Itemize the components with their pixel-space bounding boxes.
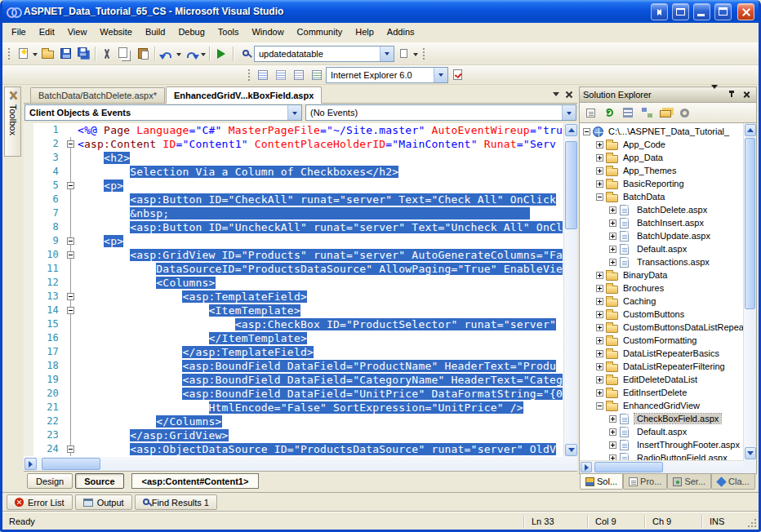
- tree-item-label[interactable]: DataListRepeaterFiltering: [621, 361, 728, 371]
- tab-output[interactable]: Output: [75, 494, 132, 510]
- auto-hide-button[interactable]: [726, 89, 738, 100]
- target-browser-dropdown-button[interactable]: [434, 68, 447, 82]
- tree-item-label[interactable]: CustomButtons: [621, 309, 687, 319]
- indicator-margin[interactable]: [24, 304, 33, 317]
- tree-item-editdeletedatalist[interactable]: EditDeleteDataList: [580, 373, 743, 386]
- fold-margin[interactable]: [65, 179, 78, 193]
- tab-solution-explorer[interactable]: Sol...: [580, 474, 623, 490]
- code-line-17[interactable]: 17 </asp:TemplateField>: [24, 345, 563, 359]
- tree-horizontal-scrollbar[interactable]: [580, 460, 743, 473]
- code-text[interactable]: <p>: [78, 179, 563, 193]
- expand-icon[interactable]: [609, 246, 616, 253]
- code-viewport[interactable]: 1<%@ Page Language="C#" MasterPageFile="…: [24, 123, 563, 457]
- close-document-icon[interactable]: [564, 90, 574, 100]
- tag-navigator[interactable]: <asp:Content#Content1>: [131, 473, 260, 489]
- code-line-21[interactable]: 21 HtmlEncode="False" SortExpression="Un…: [24, 401, 563, 415]
- tab-properties[interactable]: Pro...: [623, 474, 667, 490]
- code-editor[interactable]: 1<%@ Page Language="C#" MasterPageFile="…: [24, 123, 577, 457]
- menu-community[interactable]: Community: [291, 23, 349, 42]
- scroll-right-button[interactable]: [581, 462, 592, 472]
- code-line-12[interactable]: 12 <Columns>: [24, 276, 563, 290]
- code-lines[interactable]: 1<%@ Page Language="C#" MasterPageFile="…: [24, 123, 563, 457]
- tree-item-custombuttonsdatalistrepeat[interactable]: CustomButtonsDataListRepeat: [580, 321, 743, 334]
- tree-item-label[interactable]: InsertThroughFooter.aspx: [634, 440, 742, 450]
- scroll-right-button[interactable]: [24, 458, 37, 470]
- indicator-margin[interactable]: [24, 193, 33, 206]
- indicator-margin[interactable]: [24, 179, 33, 193]
- copy-web-site-button[interactable]: [657, 104, 674, 121]
- code-line-2[interactable]: 2<asp:Content ID="Content1" ContentPlace…: [24, 137, 563, 151]
- collapse-icon[interactable]: [583, 128, 590, 135]
- check-page-validity-button[interactable]: [448, 66, 466, 84]
- event-dropdown-value[interactable]: (No Events): [306, 108, 562, 117]
- new-dropdown-caret-icon[interactable]: [33, 53, 38, 59]
- code-text[interactable]: <Columns>: [78, 276, 563, 290]
- code-text[interactable]: <asp:GridView ID="Products" runat="serve…: [78, 248, 563, 262]
- indicator-margin[interactable]: [24, 428, 33, 442]
- tree-item-default-aspx[interactable]: Default.aspx: [580, 242, 743, 255]
- code-text[interactable]: </asp:TemplateField>: [78, 345, 563, 359]
- code-line-24[interactable]: 24 <asp:ObjectDataSource ID="ProductsDat…: [24, 442, 563, 456]
- code-line-23[interactable]: 23 </asp:GridView>: [24, 428, 563, 442]
- find-in-files-button[interactable]: [394, 45, 412, 63]
- editor-horizontal-scrollbar[interactable]: [24, 457, 577, 471]
- indicator-margin[interactable]: [24, 442, 33, 456]
- source-view-button[interactable]: Source: [75, 473, 123, 489]
- indicator-margin[interactable]: [24, 359, 33, 373]
- undo-button[interactable]: [158, 45, 176, 63]
- tree-item-batchdata[interactable]: BatchData: [580, 190, 743, 203]
- tree-item-label[interactable]: CustomButtonsDataListRepeat: [621, 322, 743, 332]
- tree-item-label[interactable]: Default.aspx: [634, 427, 689, 437]
- tree-item-app-themes[interactable]: App_Themes: [580, 164, 743, 177]
- title-arrows-button[interactable]: [651, 3, 668, 20]
- code-text[interactable]: DataSourceID="ProductsDataSource" AllowP…: [78, 262, 563, 276]
- tree-item-label[interactable]: EnhancedGridView: [621, 401, 702, 410]
- code-line-4[interactable]: 4 Selection Via a Column of Checkboxes</…: [24, 165, 563, 179]
- menu-debug[interactable]: Debug: [171, 23, 211, 42]
- indicator-margin[interactable]: [24, 137, 33, 151]
- tree-item-label[interactable]: DataListRepeaterBasics: [621, 348, 722, 358]
- find-button[interactable]: [236, 45, 254, 63]
- expand-icon[interactable]: [596, 324, 603, 331]
- fold-margin[interactable]: [65, 248, 78, 262]
- collapse-region-icon[interactable]: [67, 182, 74, 189]
- open-file-button[interactable]: [38, 45, 56, 63]
- code-line-7[interactable]: 7 &nbsp;: [24, 206, 563, 220]
- toolbox-tab[interactable]: Toolbox: [4, 86, 21, 157]
- collapse-icon[interactable]: [596, 402, 603, 410]
- minimize-button[interactable]: [693, 3, 710, 20]
- tree-item-label[interactable]: RadioButtonField.aspx: [634, 453, 730, 460]
- code-line-20[interactable]: 20 <asp:BoundField DataField="UnitPrice"…: [24, 387, 563, 401]
- tree-item-label[interactable]: Transactions.aspx: [634, 257, 712, 267]
- tree-vertical-scrollbar[interactable]: [743, 123, 756, 460]
- fold-margin[interactable]: [65, 442, 78, 456]
- tab-server-explorer[interactable]: Ser...: [667, 474, 711, 490]
- object-dropdown[interactable]: Client Objects & Events: [24, 104, 302, 121]
- scroll-up-button[interactable]: [745, 124, 756, 136]
- maximize-button[interactable]: [714, 3, 732, 20]
- indent-button[interactable]: [272, 66, 290, 84]
- collapse-region-icon[interactable]: [67, 307, 74, 314]
- indicator-margin[interactable]: [24, 415, 33, 428]
- indicator-margin[interactable]: [24, 206, 33, 220]
- menu-help[interactable]: Help: [349, 23, 380, 42]
- code-text[interactable]: <asp:Button ID="UncheckAll" runat="serve…: [78, 220, 563, 234]
- code-line-16[interactable]: 16 </ItemTemplate>: [24, 331, 563, 345]
- solution-explorer-titlebar[interactable]: Solution Explorer: [579, 86, 757, 103]
- outdent-button[interactable]: [290, 66, 308, 84]
- tree-item-radiobuttonfield-aspx[interactable]: RadioButtonField.aspx: [580, 451, 743, 460]
- code-line-15[interactable]: 15 <asp:CheckBox ID="ProductSelector" ru…: [24, 317, 563, 331]
- save-all-button[interactable]: [74, 45, 92, 63]
- code-text[interactable]: </asp:GridView>: [78, 428, 563, 442]
- code-line-19[interactable]: 19 <asp:BoundField DataField="CategoryNa…: [24, 373, 563, 387]
- tree-item-app-data[interactable]: App_Data: [580, 151, 743, 164]
- menu-window[interactable]: Window: [245, 23, 290, 42]
- tree-item-label[interactable]: Brochures: [621, 283, 666, 293]
- start-debugging-button[interactable]: [212, 45, 230, 63]
- indicator-margin[interactable]: [24, 401, 33, 415]
- event-dropdown-button[interactable]: [562, 105, 576, 120]
- fold-margin[interactable]: [65, 137, 78, 151]
- tree-item-label[interactable]: BasicReporting: [621, 179, 687, 188]
- tree-item-customformatting[interactable]: CustomFormatting: [580, 334, 743, 347]
- indicator-margin[interactable]: [24, 331, 33, 345]
